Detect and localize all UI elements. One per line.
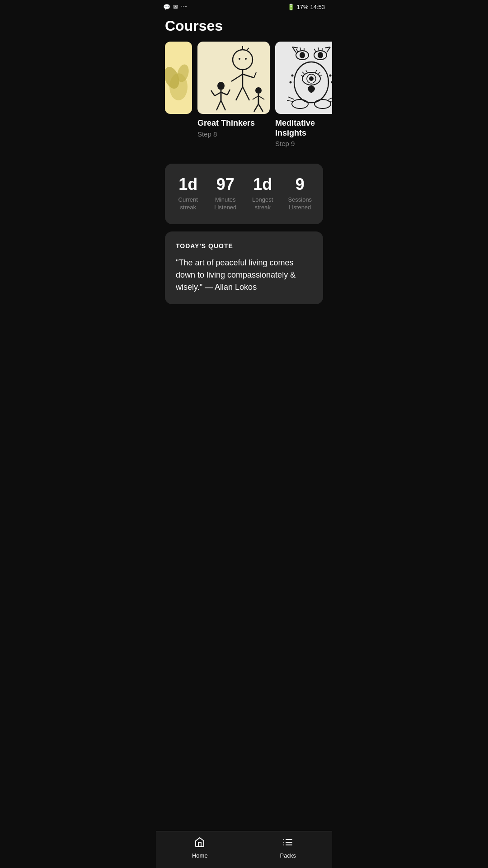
whatsapp-icon: 💬 [163, 4, 170, 10]
svg-line-20 [216, 100, 221, 110]
status-right: 🔋 17% 14:53 [287, 4, 325, 10]
svg-line-12 [236, 87, 243, 100]
quote-card: TODAY'S QUOTE "The art of peaceful livin… [165, 231, 323, 304]
svg-line-19 [227, 90, 230, 95]
courses-scroll: Great Thinkers Step 8 [156, 42, 332, 156]
svg-line-17 [221, 92, 227, 95]
svg-point-30 [300, 52, 305, 58]
svg-point-53 [314, 99, 331, 108]
stat-minutes-label: MinutesListened [207, 196, 244, 212]
svg-point-6 [239, 58, 240, 60]
nav-packs-label: Packs [280, 852, 296, 859]
course-image-meditative [275, 42, 332, 114]
course-step-great-thinkers: Step 8 [197, 130, 270, 138]
svg-line-21 [221, 100, 225, 110]
stats-card: 1d Currentstreak 97 MinutesListened 1d L… [165, 164, 323, 224]
stat-current-streak: 1d Currentstreak [169, 176, 207, 212]
course-card-meditative[interactable]: Meditative Insights Step 9 [275, 42, 332, 147]
stat-sessions-label: SessionsListened [282, 196, 319, 212]
svg-line-26 [254, 104, 258, 112]
mail-icon: ✉ [173, 4, 178, 10]
svg-line-24 [253, 96, 258, 99]
bottom-nav: Home Packs [156, 831, 332, 868]
stat-sessions-value: 9 [282, 176, 319, 193]
page-title: Courses [156, 14, 332, 42]
nav-home-label: Home [192, 852, 208, 859]
stat-current-streak-value: 1d [169, 176, 207, 193]
course-card-great-thinkers[interactable]: Great Thinkers Step 8 [197, 42, 270, 147]
quote-heading: TODAY'S QUOTE [176, 242, 312, 250]
time: 14:53 [310, 4, 325, 10]
svg-point-31 [318, 52, 323, 58]
svg-line-10 [243, 74, 254, 78]
svg-line-48 [306, 70, 307, 73]
svg-point-3 [233, 50, 253, 70]
svg-point-57 [331, 81, 333, 84]
svg-line-33 [300, 47, 301, 51]
svg-line-9 [231, 74, 243, 81]
nav-home[interactable]: Home [178, 837, 221, 859]
svg-line-32 [296, 49, 298, 52]
home-icon [194, 837, 205, 850]
svg-line-51 [315, 70, 317, 73]
svg-point-54 [291, 75, 294, 77]
svg-point-14 [217, 82, 225, 90]
course-title-meditative: Meditative Insights [275, 118, 332, 138]
svg-line-11 [254, 72, 256, 78]
more-icon: 〰 [181, 4, 187, 10]
svg-line-35 [314, 49, 316, 52]
packs-icon [282, 837, 293, 850]
course-image-partial [165, 42, 192, 114]
svg-point-52 [292, 99, 308, 108]
stat-current-streak-label: Currentstreak [169, 196, 207, 212]
course-image-great-thinkers [197, 42, 270, 114]
svg-line-5 [246, 48, 249, 51]
svg-point-55 [290, 81, 292, 84]
svg-point-45 [309, 76, 314, 81]
status-icons: 💬 ✉ 〰 [163, 4, 187, 10]
stat-minutes-listened: 97 MinutesListened [207, 176, 244, 212]
svg-point-42 [294, 62, 328, 103]
svg-line-47 [302, 72, 305, 74]
svg-point-22 [255, 87, 262, 94]
svg-point-56 [329, 75, 332, 77]
quote-text: "The art of peaceful living comes down t… [176, 257, 312, 293]
stat-longest-value: 1d [244, 176, 282, 193]
stat-sessions-listened: 9 SessionsListened [282, 176, 319, 212]
svg-line-16 [215, 92, 221, 96]
svg-line-58 [288, 97, 294, 99]
course-title-great-thinkers: Great Thinkers [197, 118, 270, 128]
svg-line-13 [243, 87, 249, 100]
battery-icon: 🔋 [287, 4, 295, 10]
stat-longest-streak: 1d Longeststreak [244, 176, 282, 212]
status-bar: 💬 ✉ 〰 🔋 17% 14:53 [156, 0, 332, 14]
course-step-meditative: Step 9 [275, 140, 332, 147]
svg-line-60 [328, 97, 332, 99]
course-card-partial[interactable] [165, 42, 192, 147]
stat-minutes-value: 97 [207, 176, 244, 193]
svg-line-25 [258, 96, 264, 99]
svg-line-18 [211, 90, 215, 96]
battery-percent: 17% [296, 4, 308, 10]
svg-point-7 [245, 58, 247, 60]
stat-longest-label: Longeststreak [244, 196, 282, 212]
svg-line-27 [258, 104, 263, 112]
svg-line-36 [318, 47, 319, 51]
svg-line-50 [318, 72, 320, 74]
nav-packs[interactable]: Packs [267, 837, 310, 859]
